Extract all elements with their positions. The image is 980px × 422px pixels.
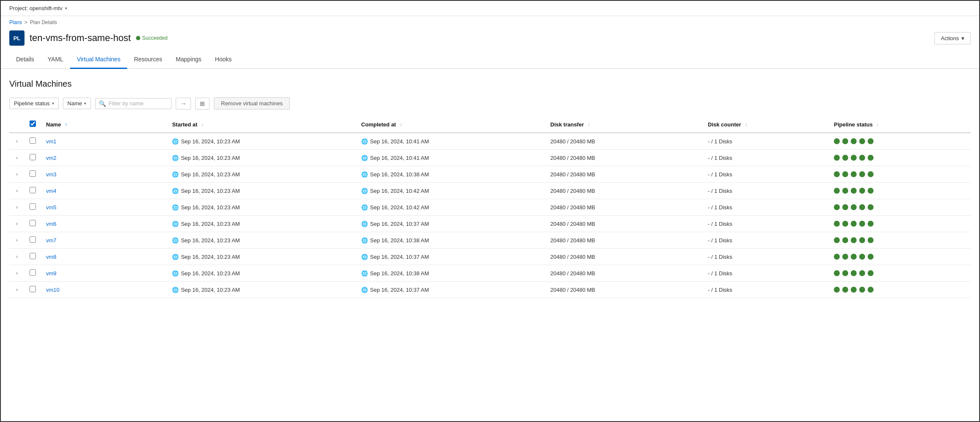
disk-transfer-sort-icon[interactable]: ↕	[588, 122, 590, 127]
project-selector[interactable]: Project: openshift-mtv ▾	[9, 5, 67, 11]
pipeline-dot	[842, 171, 848, 177]
started-sort-icon[interactable]: ↕	[201, 122, 204, 127]
disk-counter-value: - / 1 Disks	[703, 183, 829, 199]
row-checkbox[interactable]	[30, 286, 36, 292]
actions-chevron-icon: ▾	[961, 35, 964, 41]
pipeline-dots	[834, 188, 966, 194]
tab-hooks[interactable]: Hooks	[208, 51, 239, 69]
tab-details[interactable]: Details	[9, 51, 41, 69]
globe-icon: 🌐	[361, 204, 368, 211]
select-all-checkbox[interactable]	[30, 121, 36, 127]
th-disk-counter: Disk counter ↕	[703, 116, 829, 133]
name-label: Name	[68, 100, 82, 107]
vm-name-link[interactable]: vm1	[46, 138, 57, 145]
expand-row-button[interactable]: ›	[14, 203, 19, 211]
tab-virtual-machines[interactable]: Virtual Machines	[70, 51, 127, 69]
pipeline-dot	[842, 221, 848, 227]
pipeline-dot	[842, 237, 848, 243]
expand-row-button[interactable]: ›	[14, 170, 19, 178]
disk-transfer-value: 20480 / 20480 MB	[545, 232, 703, 249]
globe-icon: 🌐	[172, 221, 179, 227]
vm-name-link[interactable]: vm4	[46, 188, 57, 194]
pipeline-dots	[834, 270, 966, 276]
pipeline-dot	[851, 270, 857, 276]
vm-name-link[interactable]: vm7	[46, 237, 57, 244]
pipeline-sort-icon[interactable]: ↕	[877, 122, 879, 127]
pipeline-dot	[868, 221, 874, 227]
pipeline-dot	[868, 270, 874, 276]
table-row: ›vm3🌐Sep 16, 2024, 10:23 AM🌐Sep 16, 2024…	[9, 166, 971, 183]
disk-transfer-value: 20480 / 20480 MB	[545, 133, 703, 150]
tab-mappings[interactable]: Mappings	[169, 51, 208, 69]
actions-button[interactable]: Actions ▾	[934, 32, 971, 44]
pipeline-status-dropdown[interactable]: Pipeline status ▾	[9, 98, 59, 109]
globe-icon: 🌐	[361, 254, 368, 260]
table-row: ›vm1🌐Sep 16, 2024, 10:23 AM🌐Sep 16, 2024…	[9, 133, 971, 150]
completed-at-value: 🌐Sep 16, 2024, 10:38 AM	[361, 171, 540, 178]
pipeline-status-value	[829, 199, 971, 216]
expand-row-button[interactable]: ›	[14, 269, 19, 277]
started-at-value: 🌐Sep 16, 2024, 10:23 AM	[172, 171, 351, 178]
search-input[interactable]	[109, 100, 168, 107]
columns-button[interactable]: ⊞	[195, 98, 210, 110]
disk-counter-sort-icon[interactable]: ↕	[745, 122, 748, 127]
breadcrumb-plans-link[interactable]: Plans	[9, 19, 22, 25]
expand-row-button[interactable]: ›	[14, 253, 19, 260]
expand-row-button[interactable]: ›	[14, 137, 19, 145]
pipeline-dots	[834, 254, 966, 260]
globe-icon: 🌐	[361, 270, 368, 277]
pipeline-dot	[834, 138, 840, 144]
pipeline-status-value	[829, 150, 971, 166]
expand-row-button[interactable]: ›	[14, 286, 19, 293]
name-dropdown[interactable]: Name ▾	[63, 98, 91, 109]
row-checkbox[interactable]	[30, 253, 36, 259]
vm-name-link[interactable]: vm2	[46, 155, 57, 161]
row-checkbox[interactable]	[30, 236, 36, 243]
vm-name-link[interactable]: vm5	[46, 204, 57, 211]
name-sort-icon[interactable]: ↑	[65, 122, 67, 127]
pipeline-dot	[868, 287, 874, 293]
project-label: Project: openshift-mtv	[9, 5, 63, 11]
th-disk-counter-label: Disk counter	[708, 121, 741, 128]
remove-vms-button[interactable]: Remove virtual machines	[214, 97, 290, 110]
tab-resources[interactable]: Resources	[127, 51, 169, 69]
expand-row-button[interactable]: ›	[14, 220, 19, 227]
completed-at-value: 🌐Sep 16, 2024, 10:41 AM	[361, 155, 540, 161]
pipeline-dot	[859, 254, 865, 260]
pipeline-dot	[859, 204, 865, 210]
pipeline-dot	[842, 155, 848, 161]
completed-sort-icon[interactable]: ↕	[400, 122, 402, 127]
pipeline-dot	[842, 138, 848, 144]
row-checkbox[interactable]	[30, 220, 36, 226]
tab-yaml[interactable]: YAML	[41, 51, 70, 69]
pipeline-dots	[834, 237, 966, 243]
globe-icon: 🌐	[361, 155, 368, 161]
pipeline-dot	[859, 138, 865, 144]
vm-name-link[interactable]: vm10	[46, 287, 60, 293]
completed-at-value: 🌐Sep 16, 2024, 10:41 AM	[361, 138, 540, 145]
pipeline-status-value	[829, 166, 971, 183]
disk-counter-value: - / 1 Disks	[703, 216, 829, 232]
started-at-value: 🌐Sep 16, 2024, 10:23 AM	[172, 188, 351, 194]
pipeline-dot	[851, 155, 857, 161]
expand-row-button[interactable]: ›	[14, 154, 19, 162]
row-checkbox[interactable]	[30, 170, 36, 177]
row-checkbox[interactable]	[30, 154, 36, 160]
expand-row-button[interactable]: ›	[14, 236, 19, 244]
expand-row-button[interactable]: ›	[14, 187, 19, 195]
row-checkbox[interactable]	[30, 187, 36, 193]
vm-name-link[interactable]: vm9	[46, 270, 57, 277]
row-checkbox[interactable]	[30, 203, 36, 210]
vm-name-link[interactable]: vm3	[46, 171, 57, 178]
vm-name-link[interactable]: vm8	[46, 254, 57, 260]
pipeline-status-value	[829, 183, 971, 199]
vms-table-body: ›vm1🌐Sep 16, 2024, 10:23 AM🌐Sep 16, 2024…	[9, 133, 971, 298]
pipeline-dot	[851, 204, 857, 210]
search-arrow-button[interactable]: →	[176, 98, 191, 110]
completed-at-value: 🌐Sep 16, 2024, 10:38 AM	[361, 237, 540, 244]
arrow-icon: →	[180, 100, 186, 107]
pipeline-dot	[834, 237, 840, 243]
row-checkbox[interactable]	[30, 269, 36, 276]
row-checkbox[interactable]	[30, 137, 36, 144]
vm-name-link[interactable]: vm6	[46, 221, 57, 227]
